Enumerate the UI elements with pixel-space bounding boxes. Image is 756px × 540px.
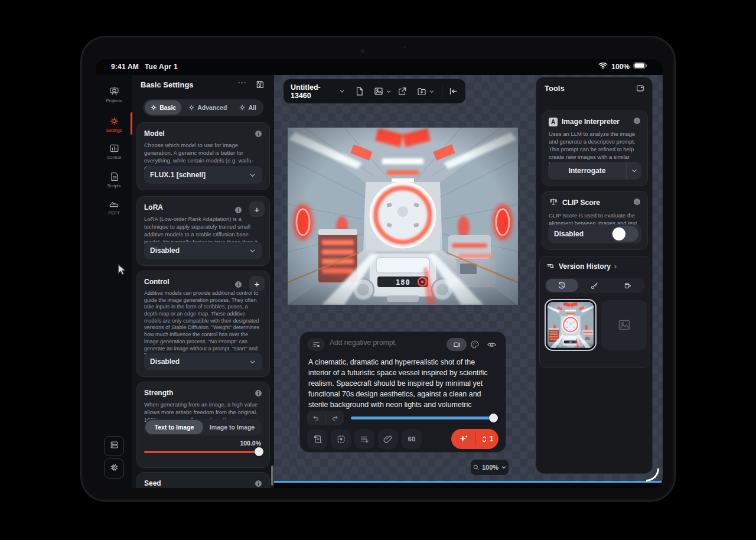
negative-prompt-input[interactable] <box>330 339 418 347</box>
status-time: 9:41 AM <box>111 63 139 71</box>
zoom-control[interactable]: 100% <box>471 460 509 475</box>
battery-percent: 100% <box>611 63 630 71</box>
info-icon[interactable] <box>234 206 242 213</box>
control-board-icon <box>96 143 132 154</box>
battery-icon <box>633 62 647 71</box>
storage-button[interactable] <box>104 436 124 456</box>
mode-image-to-image[interactable]: Image to Image <box>203 420 261 434</box>
info-icon[interactable] <box>234 280 242 288</box>
style-palette-button[interactable] <box>469 338 481 351</box>
negative-prompt-button[interactable] <box>307 338 325 351</box>
sidebar-item-settings[interactable]: Settings <box>96 116 132 133</box>
panel-toggle-button[interactable] <box>636 84 645 95</box>
scroll-icon <box>312 434 322 444</box>
share-button[interactable] <box>397 86 408 96</box>
mode-text-to-image[interactable]: Text to Image <box>145 420 203 434</box>
stage: 9:41 AMTue Apr 1 100% <box>0 0 756 540</box>
generate-button[interactable]: 1 <box>451 429 498 449</box>
batch-count: 1 <box>490 435 494 443</box>
tab-all[interactable]: All <box>233 100 261 115</box>
interrogate-options-button[interactable] <box>626 162 641 180</box>
steps-badge[interactable]: 60 <box>402 429 422 449</box>
generated-image[interactable] <box>288 128 518 305</box>
info-icon[interactable] <box>633 117 641 126</box>
card-title: CLIP Score <box>562 199 600 207</box>
undo-button[interactable] <box>307 411 325 425</box>
selection-button[interactable] <box>331 429 351 449</box>
version-thumbnail-selected[interactable] <box>545 299 597 351</box>
control-dropdown[interactable]: Disabled <box>144 353 262 370</box>
version-thumbnail-empty[interactable] <box>601 300 647 350</box>
history-tab[interactable] <box>546 279 578 292</box>
image-import-icon <box>373 86 384 96</box>
status-date: Tue Apr 1 <box>145 63 178 71</box>
sneaker-icon <box>96 199 132 209</box>
wifi-icon <box>598 62 608 71</box>
control-card: Control + Additive models can provide ad… <box>136 271 270 377</box>
tab-label: Advanced <box>197 104 227 111</box>
strength-slider[interactable] <box>144 451 262 453</box>
new-document-button[interactable] <box>354 86 364 96</box>
slider-knob[interactable] <box>489 414 498 422</box>
card-title: Control <box>144 278 262 286</box>
sidebar-item-label: Settings <box>96 128 132 133</box>
history-filter-segmented <box>545 278 645 293</box>
slider-knob[interactable] <box>255 447 263 456</box>
scrollbar-thumb[interactable] <box>271 466 273 486</box>
script-runner-button[interactable] <box>307 429 327 449</box>
prompt-card: A cinematic, dramatic and hyperrealistic… <box>299 331 506 453</box>
toolbar-divider <box>442 85 442 98</box>
sidebar-item-scripts[interactable]: JS Scripts <box>96 171 132 188</box>
text-mode-button[interactable] <box>447 338 467 351</box>
chevron-down-icon <box>249 247 256 255</box>
image-interpreter-icon: A <box>549 118 558 126</box>
canvas-bottom-edge <box>274 481 663 483</box>
tab-basic[interactable]: Basic <box>145 100 181 115</box>
model-dropdown[interactable]: FLUX.1 [schnell] <box>144 166 262 184</box>
save-to-project-button[interactable] <box>416 86 435 96</box>
add-to-queue-button[interactable] <box>354 429 374 449</box>
sidebar-item-control[interactable]: Control <box>96 143 132 160</box>
batch-count-stepper[interactable]: 1 <box>475 435 498 444</box>
info-icon[interactable] <box>255 129 262 137</box>
version-history-header[interactable]: Version History › <box>546 262 617 271</box>
sidebar-item-projects[interactable]: Projects <box>96 86 132 103</box>
import-image-button[interactable] <box>373 86 392 96</box>
redo-button[interactable] <box>326 411 344 425</box>
attach-button[interactable] <box>378 429 398 449</box>
document-toolbar: Untitled-13460 <box>284 79 465 103</box>
add-lora-button[interactable]: + <box>249 201 265 217</box>
document-title-menu[interactable]: Untitled-13460 <box>291 83 345 100</box>
compute-units-button[interactable] <box>104 458 124 479</box>
undo-redo-group <box>307 411 344 425</box>
chevron-right: › <box>614 262 617 271</box>
add-control-button[interactable]: + <box>249 276 265 291</box>
card-title: LoRA <box>144 203 262 212</box>
toggle-state-label: Disabled <box>554 230 611 238</box>
lora-dropdown[interactable]: Disabled <box>144 242 262 259</box>
guidance-slider[interactable] <box>351 417 494 419</box>
chevron-down-icon <box>386 89 392 95</box>
js-glyph: JS <box>112 175 116 179</box>
card-title: Strength <box>144 389 262 397</box>
teapot-tab[interactable] <box>611 279 644 292</box>
basic-settings-panel: Basic Settings ⋯ Basic Advanced <box>132 75 274 488</box>
info-icon[interactable] <box>255 479 262 487</box>
sidebar-item-peft[interactable]: PEFT <box>96 199 132 216</box>
more-options-button[interactable]: ⋯ <box>237 77 247 88</box>
collapse-panel-button[interactable] <box>448 86 458 96</box>
interrogate-button[interactable]: Interrogate <box>548 162 641 180</box>
version-history-card: Version History › <box>539 256 650 368</box>
image-interpreter-card: A Image Interpreter Uses an LLM to analy… <box>542 110 648 186</box>
key-tab[interactable] <box>578 279 611 292</box>
save-settings-button[interactable] <box>255 80 265 92</box>
paperclip-icon <box>383 434 393 444</box>
dropdown-value: Disabled <box>150 246 180 255</box>
strength-card: Strength When generating from an image, … <box>136 382 270 468</box>
preview-button[interactable] <box>484 338 498 351</box>
info-icon[interactable] <box>255 389 262 396</box>
clip-score-toggle[interactable] <box>611 226 638 242</box>
tab-advanced[interactable]: Advanced <box>183 100 232 115</box>
info-icon[interactable] <box>633 198 641 207</box>
zoom-level: 100% <box>482 464 498 471</box>
